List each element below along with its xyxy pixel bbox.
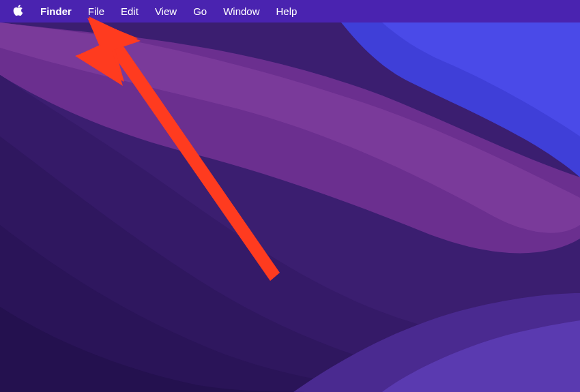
menubar-item-window[interactable]: Window <box>215 0 267 22</box>
menubar-item-edit[interactable]: Edit <box>113 0 147 22</box>
apple-logo-icon <box>12 3 24 20</box>
menubar-item-help[interactable]: Help <box>268 0 306 22</box>
menubar-app-name[interactable]: Finder <box>31 0 80 22</box>
apple-menu[interactable] <box>12 0 31 22</box>
menubar: Finder File Edit View Go Window Help <box>0 0 580 22</box>
desktop-wallpaper <box>0 0 580 392</box>
menubar-item-file[interactable]: File <box>80 0 113 22</box>
menubar-item-view[interactable]: View <box>147 0 185 22</box>
menubar-item-go[interactable]: Go <box>185 0 215 22</box>
desktop[interactable]: Finder File Edit View Go Window Help <box>0 0 580 392</box>
